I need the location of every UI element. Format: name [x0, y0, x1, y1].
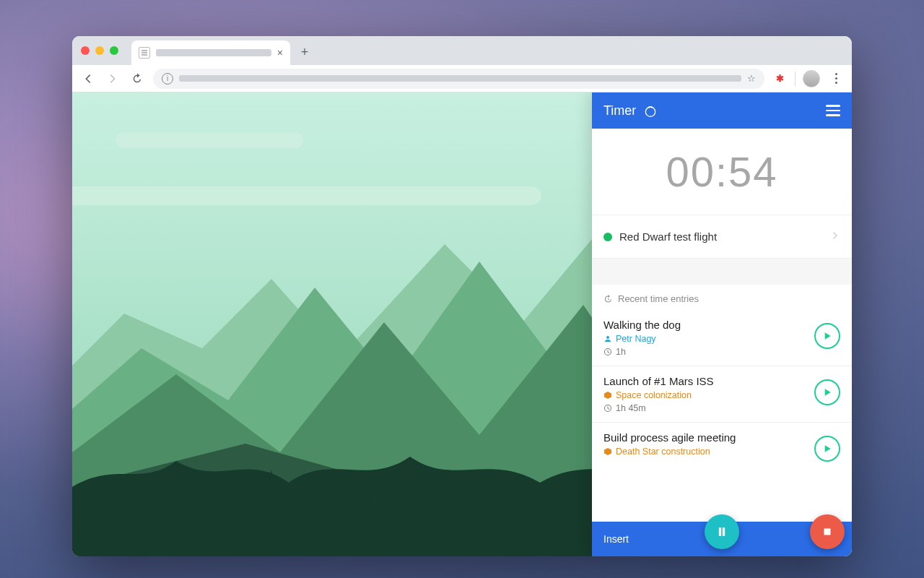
entry-duration: 1h 45m [616, 403, 646, 413]
stop-button[interactable] [810, 514, 845, 549]
browser-window: × + i ☆ ✱ [72, 36, 852, 556]
entry-user: Petr Nagy [616, 334, 656, 344]
address-bar[interactable]: i ☆ [153, 69, 764, 89]
play-button[interactable] [814, 379, 840, 405]
menu-button[interactable] [826, 105, 840, 116]
footer-insert-label[interactable]: Insert [603, 533, 629, 545]
panel-title: Timer [603, 103, 636, 118]
svg-point-0 [646, 107, 655, 116]
forward-button[interactable] [104, 70, 121, 87]
recent-entries-heading: Recent time entries [592, 285, 852, 310]
reload-button[interactable] [128, 70, 146, 87]
extension-icon[interactable]: ✱ [772, 71, 788, 87]
close-window-icon[interactable] [81, 46, 90, 55]
clock-icon [603, 348, 612, 356]
panel-footer: Insert [592, 522, 852, 556]
browser-menu-button[interactable] [827, 70, 845, 87]
box-icon [603, 391, 612, 400]
entry-project: Death Star construction [616, 447, 710, 457]
entry-title: Walking the dog [603, 319, 807, 331]
page-viewport: Timer 00:54 Red Dwarf test flight Recent… [72, 92, 852, 556]
profile-avatar[interactable] [803, 70, 820, 87]
entry-duration: 1h [616, 347, 626, 357]
play-button[interactable] [814, 436, 840, 462]
status-dot-icon [603, 233, 612, 241]
new-tab-button[interactable]: + [295, 42, 315, 62]
tomato-icon [643, 103, 658, 118]
svg-rect-1 [824, 529, 831, 535]
file-icon [139, 47, 150, 59]
bookmark-icon[interactable]: ☆ [747, 73, 756, 84]
pause-button[interactable] [705, 514, 739, 549]
browser-tab[interactable]: × [131, 40, 290, 65]
back-button[interactable] [79, 70, 97, 87]
maximize-window-icon[interactable] [110, 46, 118, 55]
panel-header: Timer [592, 92, 852, 129]
user-icon [603, 335, 612, 343]
recent-entries-label: Recent time entries [618, 293, 699, 304]
panel-spacer [592, 259, 852, 285]
entry-project: Space colonization [616, 390, 692, 400]
tab-title-blurred [156, 49, 271, 56]
timer-display: 00:54 [592, 129, 852, 215]
entry-title: Launch of #1 Mars ISS [603, 375, 807, 387]
close-tab-icon[interactable]: × [277, 47, 283, 59]
timer-panel: Timer 00:54 Red Dwarf test flight Recent… [592, 92, 852, 556]
time-entry[interactable]: Build process agile meeting Death Star c… [592, 422, 852, 470]
toolbar-separator [795, 72, 796, 86]
current-task-name: Red Dwarf test flight [619, 230, 717, 243]
browser-toolbar: i ☆ ✱ [72, 65, 852, 92]
box-icon [603, 447, 612, 456]
site-info-icon[interactable]: i [162, 73, 173, 85]
play-button[interactable] [814, 323, 840, 349]
window-controls [81, 36, 131, 65]
url-blurred [179, 75, 741, 82]
minimize-window-icon[interactable] [95, 46, 104, 55]
entry-title: Build process agile meeting [603, 431, 807, 444]
clock-icon [603, 404, 612, 413]
history-icon [603, 295, 612, 303]
time-entry[interactable]: Walking the dog Petr Nagy 1h [592, 310, 852, 366]
tab-strip: × + [72, 36, 852, 65]
time-entry[interactable]: Launch of #1 Mars ISS Space colonization… [592, 366, 852, 422]
current-task-row[interactable]: Red Dwarf test flight [592, 215, 852, 259]
chevron-right-icon [830, 230, 840, 243]
